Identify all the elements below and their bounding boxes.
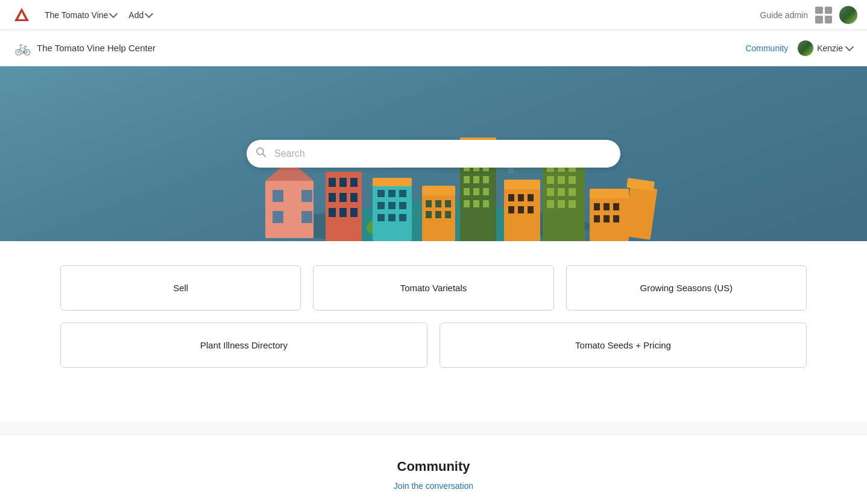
svg-rect-14 xyxy=(339,178,347,187)
svg-rect-32 xyxy=(399,214,406,221)
sub-nav-right: Community Kenzie xyxy=(745,40,853,56)
svg-rect-4 xyxy=(265,181,314,238)
community-title: Community xyxy=(60,459,807,474)
svg-point-22 xyxy=(364,216,389,237)
svg-rect-20 xyxy=(339,208,347,217)
bike-icon: 🚲 xyxy=(14,40,31,56)
svg-rect-29 xyxy=(399,202,406,209)
user-avatar[interactable] xyxy=(839,6,857,24)
user-dropdown[interactable]: Kenzie xyxy=(798,40,853,56)
svg-rect-89 xyxy=(613,215,619,222)
svg-rect-52 xyxy=(483,176,489,183)
svg-rect-85 xyxy=(604,203,610,210)
svg-rect-17 xyxy=(339,193,347,202)
search-wrapper xyxy=(247,140,620,168)
brand-dropdown[interactable]: The Tomato Vine xyxy=(39,7,122,24)
svg-rect-65 xyxy=(518,206,524,213)
svg-rect-7 xyxy=(301,190,312,202)
category-tomato-varietals[interactable]: Tomato Varietals xyxy=(313,265,553,310)
svg-rect-23 xyxy=(373,184,412,241)
guide-admin-button[interactable]: Guide admin xyxy=(760,10,808,20)
user-chevron-icon xyxy=(845,43,854,51)
search-input[interactable] xyxy=(247,140,620,168)
svg-rect-15 xyxy=(350,178,358,187)
svg-rect-51 xyxy=(473,176,479,183)
svg-rect-13 xyxy=(329,178,336,187)
svg-rect-28 xyxy=(388,202,396,209)
svg-rect-39 xyxy=(426,211,432,218)
category-row-2: Plant Illness Directory Tomato Seeds + P… xyxy=(60,323,807,368)
community-section: Community Join the conversation xyxy=(0,434,867,504)
svg-rect-86 xyxy=(613,203,619,210)
svg-rect-9 xyxy=(301,211,312,223)
svg-rect-31 xyxy=(388,214,396,221)
svg-line-93 xyxy=(263,154,266,157)
top-nav-left: The Tomato Vine Add xyxy=(10,3,158,27)
category-plant-illness[interactable]: Plant Illness Directory xyxy=(60,323,427,368)
category-row-1: Sell Tomato Varietals Growing Seasons (U… xyxy=(60,265,807,310)
svg-rect-57 xyxy=(473,200,479,207)
svg-rect-16 xyxy=(329,193,336,202)
help-center-logo: 🚲 The Tomato Vine Help Center xyxy=(14,40,156,56)
svg-rect-78 xyxy=(569,188,576,196)
svg-rect-54 xyxy=(473,188,479,195)
svg-rect-53 xyxy=(464,188,470,195)
svg-rect-77 xyxy=(558,188,565,196)
svg-rect-24 xyxy=(377,190,385,197)
svg-rect-6 xyxy=(273,190,283,202)
svg-rect-68 xyxy=(543,157,585,241)
svg-rect-91 xyxy=(626,178,655,191)
top-nav-right: Guide admin xyxy=(760,6,857,24)
svg-rect-58 xyxy=(483,200,489,207)
svg-rect-61 xyxy=(508,194,514,201)
svg-rect-38 xyxy=(445,200,451,207)
svg-rect-27 xyxy=(377,202,385,209)
svg-rect-83 xyxy=(590,189,629,198)
svg-rect-33 xyxy=(373,178,412,186)
add-dropdown[interactable]: Add xyxy=(122,7,158,24)
user-name-label: Kenzie xyxy=(817,43,843,53)
category-growing-seasons[interactable]: Growing Seasons (US) xyxy=(566,265,807,310)
svg-rect-37 xyxy=(435,200,441,207)
brand-logo-icon xyxy=(13,7,30,24)
svg-rect-59 xyxy=(504,187,540,241)
svg-rect-76 xyxy=(547,188,554,196)
sub-nav: 🚲 The Tomato Vine Help Center Community … xyxy=(0,30,867,66)
svg-rect-81 xyxy=(569,200,576,208)
community-link[interactable]: Community xyxy=(745,43,788,53)
category-sell[interactable]: Sell xyxy=(60,265,301,310)
brand-label: The Tomato Vine xyxy=(45,10,108,20)
svg-rect-50 xyxy=(464,176,470,183)
svg-rect-73 xyxy=(547,176,554,184)
svg-rect-62 xyxy=(518,194,524,201)
svg-rect-34 xyxy=(422,193,455,241)
svg-rect-64 xyxy=(508,206,514,213)
logo-box[interactable] xyxy=(10,3,34,27)
brand-chevron-icon xyxy=(109,10,118,18)
svg-rect-19 xyxy=(329,208,336,217)
help-center-title: The Tomato Vine Help Center xyxy=(37,43,156,53)
svg-rect-41 xyxy=(445,211,451,218)
svg-rect-79 xyxy=(547,200,554,208)
grid-icon[interactable] xyxy=(815,7,832,24)
main-content: Sell Tomato Varietals Growing Seasons (U… xyxy=(0,241,867,422)
svg-rect-40 xyxy=(435,211,441,218)
add-chevron-icon xyxy=(145,10,153,18)
svg-rect-21 xyxy=(350,208,358,217)
svg-rect-66 xyxy=(528,206,534,213)
svg-rect-84 xyxy=(594,203,600,210)
svg-rect-18 xyxy=(350,193,358,202)
join-conversation-link[interactable]: Join the conversation xyxy=(394,481,473,491)
svg-rect-55 xyxy=(483,188,489,195)
svg-rect-56 xyxy=(464,200,470,207)
svg-rect-90 xyxy=(623,185,657,239)
svg-rect-82 xyxy=(590,196,629,241)
svg-rect-87 xyxy=(594,215,600,222)
svg-rect-60 xyxy=(504,180,540,189)
svg-rect-75 xyxy=(569,176,576,184)
category-tomato-seeds[interactable]: Tomato Seeds + Pricing xyxy=(440,323,807,368)
search-icon xyxy=(256,147,266,161)
svg-rect-36 xyxy=(426,200,432,207)
svg-rect-80 xyxy=(558,200,565,208)
svg-rect-25 xyxy=(388,190,396,197)
